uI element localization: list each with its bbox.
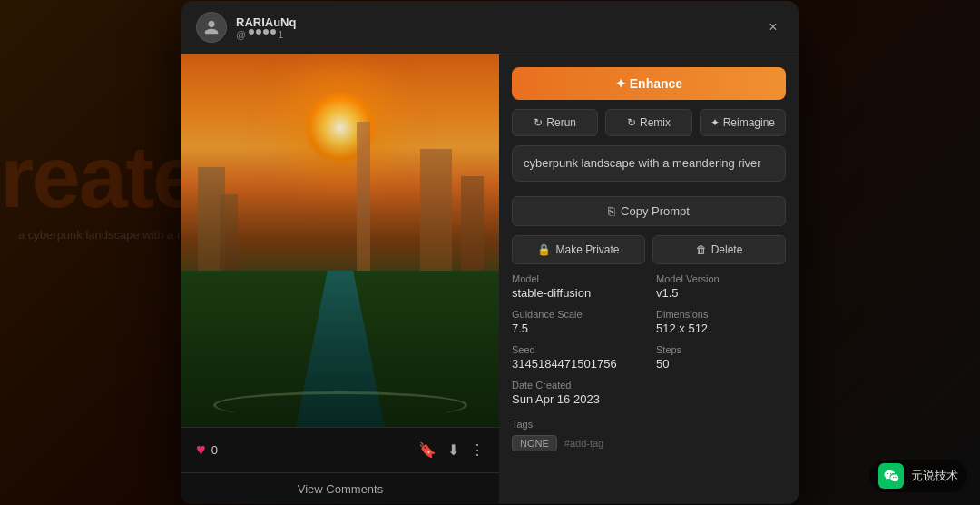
action-row: ↻ Rerun ↻ Remix ✦ Reimagine [512,109,786,136]
image-section: ♥ 0 🔖 ⬇ ⋮ View Comments [181,54,499,504]
image-actions: 🔖 ⬇ ⋮ [418,441,485,459]
delete-label: Delete [711,243,743,256]
avatar [196,12,227,43]
like-count: 0 [211,443,218,457]
wechat-icon [878,463,904,489]
remix-button[interactable]: ↻ Remix [605,109,691,136]
add-tag-button[interactable]: #add-tag [564,438,603,449]
copy-prompt-label: Copy Prompt [621,204,690,218]
steps-info: Steps 50 [656,344,786,371]
date-created-label: Date Created [512,380,786,391]
generated-image [181,54,499,427]
make-private-button[interactable]: 🔒 Make Private [512,235,645,264]
right-panel: ✦ Enhance ↻ Rerun ↻ Remix ✦ Reimagine [499,54,799,504]
reimagine-icon: ✦ [710,116,720,129]
dimensions-label: Dimensions [656,309,786,320]
date-created-value: Sun Apr 16 2023 [512,392,786,406]
download-button[interactable]: ⬇ [447,441,459,459]
user-details: RARIAuNq @ 1 [236,15,296,40]
model-label: Model [512,273,642,284]
handle-dots: 1 [249,29,283,40]
model-version-info: Model Version v1.5 [656,273,786,300]
more-options-button[interactable]: ⋮ [470,441,485,459]
wechat-text: 元说技术 [911,468,958,484]
model-info: Model stable-diffusion [512,273,642,300]
reimagine-label: Reimagine [723,116,775,129]
steps-label: Steps [656,344,786,355]
model-version-label: Model Version [656,273,786,284]
seed-value: 3145184471501756 [512,357,642,371]
wechat-badge: 元说技术 [869,460,967,492]
building-5 [357,122,370,285]
enhance-button[interactable]: ✦ Enhance [512,67,786,100]
prompt-text: cyberpunk landscape with a meandering ri… [524,155,774,172]
dimensions-info: Dimensions 512 x 512 [656,309,786,335]
image-footer: ♥ 0 🔖 ⬇ ⋮ [181,427,499,472]
image-detail-modal: RARIAuNq @ 1 × [181,1,799,504]
model-value: stable-diffusion [512,286,642,300]
modal-body: ♥ 0 🔖 ⬇ ⋮ View Comments ✦ Enhance [181,54,799,504]
make-private-label: Make Private [555,243,619,256]
tags-section: Tags NONE #add-tag [512,419,786,451]
view-comments-link[interactable]: View Comments [298,482,383,496]
bottom-action-row: 🔒 Make Private 🗑 Delete [512,235,786,264]
delete-button[interactable]: 🗑 Delete [652,235,786,264]
rerun-label: Rerun [546,116,576,129]
reimagine-button[interactable]: ✦ Reimagine [700,109,786,136]
bookmark-button[interactable]: 🔖 [418,441,436,459]
username: RARIAuNq [236,15,296,29]
view-comments-bar: View Comments [181,472,499,504]
tags-row: NONE #add-tag [512,435,786,451]
guidance-scale-label: Guidance Scale [512,309,642,320]
remix-label: Remix [640,116,671,129]
rerun-button[interactable]: ↻ Rerun [512,109,598,136]
modal-header: RARIAuNq @ 1 × [181,1,799,54]
metadata-grid: Model stable-diffusion Model Version v1.… [512,273,786,371]
copy-icon: ⎘ [608,204,615,218]
date-created-info: Date Created Sun Apr 16 2023 [512,380,786,406]
model-version-value: v1.5 [656,286,786,300]
seed-label: Seed [512,344,642,355]
guidance-scale-value: 7.5 [512,322,642,335]
seed-info: Seed 3145184471501756 [512,344,642,371]
like-section: ♥ 0 [196,441,218,460]
road-curve [213,391,467,419]
like-button[interactable]: ♥ [196,441,206,460]
copy-prompt-button[interactable]: ⎘ Copy Prompt [512,196,786,226]
building-3 [461,176,484,285]
guidance-scale-info: Guidance Scale 7.5 [512,309,642,335]
lock-icon: 🔒 [537,243,551,256]
modal-backdrop: RARIAuNq @ 1 × [0,0,980,505]
tags-label: Tags [512,419,786,430]
tag-none: NONE [512,435,557,451]
remix-icon: ↻ [627,116,636,129]
close-button[interactable]: × [762,16,784,38]
building-4 [420,149,452,285]
steps-value: 50 [656,357,786,371]
user-handle: @ 1 [236,29,296,40]
dimensions-value: 512 x 512 [656,322,786,335]
ground [181,271,499,427]
user-info: RARIAuNq @ 1 [196,12,296,43]
prompt-box: cyberpunk landscape with a meandering ri… [512,145,786,182]
trash-icon: 🗑 [696,243,707,256]
rerun-icon: ↻ [534,116,543,129]
